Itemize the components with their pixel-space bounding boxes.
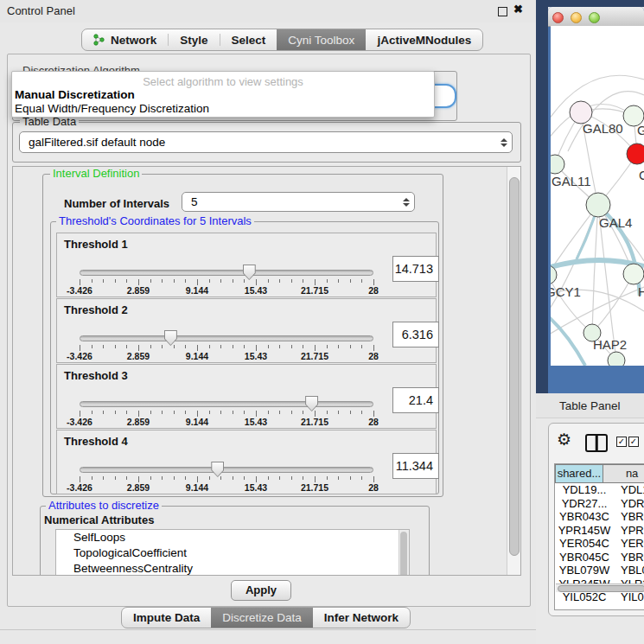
algorithm-dropdown-popup: Select algorithm to view settings Manual…	[11, 71, 435, 118]
cell-shared-name[interactable]: YBL079W	[555, 564, 614, 577]
close-traffic-light-icon[interactable]	[552, 12, 564, 23]
label-ga: GA	[637, 123, 644, 137]
column-header-name[interactable]: na	[603, 464, 644, 483]
table-row[interactable]: YPR145WYPR1	[555, 524, 644, 538]
table-hscrollbar-thumb[interactable]	[558, 585, 644, 592]
threshold-value-field[interactable]: 11.344	[392, 453, 439, 479]
cell-name[interactable]: YBR0	[614, 510, 644, 524]
threshold-slider-thumb[interactable]	[305, 396, 318, 411]
window-title: Control Panel	[7, 4, 75, 17]
settings-scrollbar[interactable]	[507, 167, 520, 575]
tab-jactivemnodules[interactable]: jActiveMNodules	[366, 29, 482, 50]
num-intervals-label: Number of Intervals	[64, 197, 169, 210]
minimize-traffic-light-icon[interactable]	[571, 12, 582, 23]
network-icon	[93, 34, 105, 46]
close-icon[interactable]: ✖	[513, 3, 523, 16]
node-gal11[interactable]	[551, 155, 564, 174]
cell-name[interactable]: YBL0	[614, 564, 644, 577]
threshold-slider-track[interactable]	[80, 335, 373, 341]
num-intervals-combobox[interactable]: 5	[182, 192, 415, 212]
threshold-label: Threshold 2	[64, 303, 128, 316]
checkbox-icon[interactable]: ✓	[628, 437, 639, 447]
label-c: C	[639, 168, 644, 182]
tab-discretize-data[interactable]: Discretize Data	[211, 608, 313, 628]
checkbox-icon[interactable]: ✓	[616, 437, 627, 447]
threshold-slider-track[interactable]	[80, 270, 373, 276]
cell-shared-name[interactable]: YIL052C	[555, 590, 614, 604]
threshold-label: Threshold 1	[64, 238, 128, 251]
desktop-gap	[536, 0, 644, 7]
attributes-group-label: Attributes to discretize	[46, 500, 162, 512]
label-gal80: GAL80	[583, 121, 623, 136]
numerical-attributes-label: Numerical Attributes	[44, 513, 154, 526]
cell-name[interactable]: YDL1	[614, 483, 644, 497]
cell-shared-name[interactable]: YBR045C	[555, 551, 614, 564]
cell-shared-name[interactable]: YER054C	[555, 537, 614, 551]
table-row[interactable]: YDR27...YDR2	[555, 497, 644, 511]
node-gal4[interactable]	[586, 193, 610, 217]
attribute-list-item[interactable]: BetweennessCentrality	[56, 561, 409, 576]
tab-select[interactable]: Select	[220, 29, 277, 50]
table-row[interactable]: YIL052CYIL0	[555, 590, 644, 604]
threshold-value-field[interactable]: 21.4	[392, 387, 439, 413]
node-red[interactable]	[627, 143, 644, 164]
column-header-shared-name[interactable]: shared...	[555, 464, 603, 483]
desktop-gap-strip	[536, 0, 548, 393]
table-row[interactable]: YBR045CYBR0	[555, 551, 644, 564]
cell-name[interactable]: YIL0	[614, 590, 644, 604]
columns-icon[interactable]	[585, 434, 608, 452]
table-row[interactable]: YDL19...YDL1	[555, 483, 644, 497]
label-h: H	[638, 284, 644, 299]
tab-style[interactable]: Style	[169, 29, 219, 50]
cell-name[interactable]: YDR2	[614, 497, 644, 511]
screen: Control Panel ✖ Network Style	[0, 0, 644, 644]
tab-jactivemnodules-label: jActiveMNodules	[377, 34, 471, 47]
cell-name[interactable]: YER0	[614, 537, 644, 551]
cell-shared-name[interactable]: YDR27...	[555, 497, 614, 511]
slider-tick-labels: -3.4262.8599.14415.4321.71528	[57, 351, 436, 361]
cell-name[interactable]: YBR0	[614, 551, 644, 564]
tab-cyni-toolbox[interactable]: Cyni Toolbox	[277, 29, 366, 50]
cell-shared-name[interactable]: YBR043C	[555, 510, 614, 524]
bottom-tabbar: Impute Data Discretize Data Infer Networ…	[121, 607, 411, 628]
threshold-slider-track[interactable]	[80, 401, 373, 407]
tab-infer-network[interactable]: Infer Network	[313, 608, 410, 628]
label-gcy1: GCY1	[551, 284, 581, 299]
table-row[interactable]: YER054CYER0	[555, 537, 644, 551]
tab-network-label: Network	[111, 34, 156, 47]
table-row[interactable]: YBL079WYBL0	[555, 564, 644, 577]
dropdown-hint: Select algorithm to view settings	[12, 75, 434, 88]
threshold-slider-thumb[interactable]	[211, 462, 224, 477]
slider-tick-labels: -3.4262.8599.14415.4321.71528	[57, 417, 436, 427]
cell-shared-name[interactable]: YDL19...	[555, 483, 614, 497]
table-panel: ⚙ ✓ ✓ shared... na YDL19...YDL1YDR27...Y…	[548, 423, 644, 616]
slider-tick-labels: -3.4262.8599.14415.4321.71528	[57, 482, 436, 493]
settings-scrollbar-thumb[interactable]	[509, 177, 520, 556]
threshold-slider-track[interactable]	[80, 467, 373, 473]
tab-network[interactable]: Network	[82, 29, 168, 50]
threshold-box: Threshold 3-3.4262.8599.14415.4321.71528…	[56, 364, 437, 429]
attributes-scrollbar[interactable]	[399, 530, 409, 576]
tab-impute-data[interactable]: Impute Data	[122, 608, 211, 628]
gear-icon[interactable]: ⚙	[557, 431, 571, 448]
apply-button[interactable]: Apply	[231, 580, 291, 601]
attribute-list-item[interactable]: SelfLoops	[56, 530, 409, 545]
dropdown-option-manual[interactable]: Manual Discretization	[12, 88, 434, 102]
table-hscrollbar[interactable]	[556, 583, 644, 592]
threshold-value-field[interactable]: 6.316	[392, 322, 439, 348]
table-panel-title: Table Panel	[559, 399, 621, 412]
network-canvas[interactable]: GAL80 GA C GAL11 GAL4 GCY1 H HAP2	[551, 26, 644, 366]
table-data-combobox[interactable]: galFiltered.sif default node	[19, 131, 513, 153]
cell-name[interactable]: YPR1	[614, 524, 644, 538]
threshold-slider-thumb[interactable]	[164, 330, 177, 346]
cell-shared-name[interactable]: YPR145W	[555, 524, 614, 538]
node-bottom[interactable]	[608, 352, 625, 366]
threshold-value-field[interactable]: 14.713	[392, 256, 439, 282]
node-h[interactable]	[623, 264, 644, 284]
table-row[interactable]: YBR043CYBR0	[555, 510, 644, 524]
attribute-list-item[interactable]: TopologicalCoefficient	[56, 545, 409, 561]
threshold-slider-thumb[interactable]	[243, 265, 256, 280]
float-window-icon[interactable]	[498, 7, 507, 16]
zoom-traffic-light-icon[interactable]	[589, 12, 600, 23]
dropdown-option-equal-width[interactable]: Equal Width/Frequency Discretization	[12, 102, 434, 116]
